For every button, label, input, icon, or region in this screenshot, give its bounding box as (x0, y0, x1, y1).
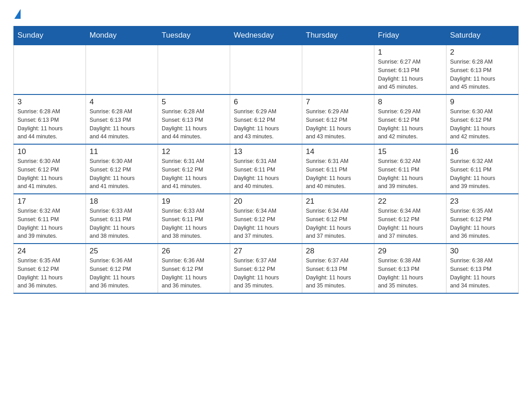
day-info: Sunrise: 6:37 AMSunset: 6:12 PMDaylight:… (234, 257, 298, 290)
day-info: Sunrise: 6:37 AMSunset: 6:13 PMDaylight:… (306, 257, 370, 290)
calendar-cell: 12Sunrise: 6:31 AMSunset: 6:12 PMDayligh… (158, 144, 230, 194)
calendar-cell: 25Sunrise: 6:36 AMSunset: 6:12 PMDayligh… (86, 244, 158, 293)
calendar-header-tuesday: Tuesday (158, 26, 230, 45)
calendar-header-sunday: Sunday (14, 26, 86, 45)
day-info: Sunrise: 6:31 AMSunset: 6:12 PMDaylight:… (162, 157, 226, 191)
calendar-cell: 7Sunrise: 6:29 AMSunset: 6:12 PMDaylight… (302, 94, 374, 144)
day-number: 19 (162, 197, 226, 206)
day-info: Sunrise: 6:29 AMSunset: 6:12 PMDaylight:… (378, 107, 442, 141)
day-number: 24 (17, 247, 82, 256)
day-info: Sunrise: 6:36 AMSunset: 6:12 PMDaylight:… (90, 257, 154, 290)
day-info: Sunrise: 6:31 AMSunset: 6:11 PMDaylight:… (234, 157, 298, 191)
day-number: 16 (450, 147, 515, 156)
day-number: 5 (162, 98, 226, 107)
day-info: Sunrise: 6:27 AMSunset: 6:13 PMDaylight:… (378, 58, 442, 91)
day-number: 14 (306, 147, 370, 156)
calendar-cell: 22Sunrise: 6:34 AMSunset: 6:12 PMDayligh… (374, 194, 446, 244)
calendar-cell: 17Sunrise: 6:32 AMSunset: 6:11 PMDayligh… (14, 194, 86, 244)
day-number: 25 (90, 247, 154, 256)
day-info: Sunrise: 6:34 AMSunset: 6:12 PMDaylight:… (378, 207, 442, 240)
day-number: 26 (162, 247, 226, 256)
day-info: Sunrise: 6:35 AMSunset: 6:12 PMDaylight:… (450, 207, 515, 240)
day-number: 4 (90, 98, 154, 107)
calendar-week-row: 17Sunrise: 6:32 AMSunset: 6:11 PMDayligh… (14, 194, 519, 244)
day-info: Sunrise: 6:34 AMSunset: 6:12 PMDaylight:… (234, 207, 298, 240)
calendar-week-row: 24Sunrise: 6:35 AMSunset: 6:12 PMDayligh… (14, 244, 519, 293)
calendar-cell: 11Sunrise: 6:30 AMSunset: 6:12 PMDayligh… (86, 144, 158, 194)
day-number: 17 (17, 197, 82, 206)
day-info: Sunrise: 6:38 AMSunset: 6:13 PMDaylight:… (450, 257, 515, 290)
day-info: Sunrise: 6:28 AMSunset: 6:13 PMDaylight:… (162, 107, 226, 141)
calendar-cell: 9Sunrise: 6:30 AMSunset: 6:12 PMDaylight… (446, 94, 519, 144)
day-number: 27 (234, 247, 298, 256)
calendar-cell: 23Sunrise: 6:35 AMSunset: 6:12 PMDayligh… (446, 194, 519, 244)
calendar-cell: 6Sunrise: 6:29 AMSunset: 6:12 PMDaylight… (230, 94, 302, 144)
day-number: 18 (90, 197, 154, 206)
day-number: 23 (450, 197, 515, 206)
calendar-cell: 2Sunrise: 6:28 AMSunset: 6:13 PMDaylight… (446, 45, 519, 94)
day-info: Sunrise: 6:30 AMSunset: 6:12 PMDaylight:… (17, 157, 82, 191)
day-number: 20 (234, 197, 298, 206)
calendar-cell (302, 45, 374, 94)
day-info: Sunrise: 6:32 AMSunset: 6:11 PMDaylight:… (17, 207, 82, 240)
day-info: Sunrise: 6:29 AMSunset: 6:12 PMDaylight:… (234, 107, 298, 141)
calendar-cell: 20Sunrise: 6:34 AMSunset: 6:12 PMDayligh… (230, 194, 302, 244)
calendar-cell: 16Sunrise: 6:32 AMSunset: 6:11 PMDayligh… (446, 144, 519, 194)
day-number: 6 (234, 98, 298, 107)
day-number: 29 (378, 247, 442, 256)
calendar-cell: 18Sunrise: 6:33 AMSunset: 6:11 PMDayligh… (86, 194, 158, 244)
calendar-cell: 5Sunrise: 6:28 AMSunset: 6:13 PMDaylight… (158, 94, 230, 144)
calendar-cell (86, 45, 158, 94)
day-number: 22 (378, 197, 442, 206)
calendar-cell: 15Sunrise: 6:32 AMSunset: 6:11 PMDayligh… (374, 144, 446, 194)
day-info: Sunrise: 6:35 AMSunset: 6:12 PMDaylight:… (17, 257, 82, 290)
calendar-cell: 4Sunrise: 6:28 AMSunset: 6:13 PMDaylight… (86, 94, 158, 144)
day-info: Sunrise: 6:30 AMSunset: 6:12 PMDaylight:… (450, 107, 515, 141)
day-info: Sunrise: 6:33 AMSunset: 6:11 PMDaylight:… (162, 207, 226, 240)
calendar-cell: 1Sunrise: 6:27 AMSunset: 6:13 PMDaylight… (374, 45, 446, 94)
day-number: 15 (378, 147, 442, 156)
day-info: Sunrise: 6:28 AMSunset: 6:13 PMDaylight:… (90, 107, 154, 141)
calendar-header-wednesday: Wednesday (230, 26, 302, 45)
calendar-header-monday: Monday (86, 26, 158, 45)
calendar-cell: 3Sunrise: 6:28 AMSunset: 6:13 PMDaylight… (14, 94, 86, 144)
calendar-week-row: 10Sunrise: 6:30 AMSunset: 6:12 PMDayligh… (14, 144, 519, 194)
day-number: 8 (378, 98, 442, 107)
calendar-week-row: 3Sunrise: 6:28 AMSunset: 6:13 PMDaylight… (14, 94, 519, 144)
day-info: Sunrise: 6:29 AMSunset: 6:12 PMDaylight:… (306, 107, 370, 141)
calendar-header-thursday: Thursday (302, 26, 374, 45)
day-number: 2 (450, 48, 515, 57)
calendar-cell: 30Sunrise: 6:38 AMSunset: 6:13 PMDayligh… (446, 244, 519, 293)
logo-triangle-icon (14, 9, 21, 19)
day-number: 7 (306, 98, 370, 107)
calendar-cell (230, 45, 302, 94)
calendar-cell: 24Sunrise: 6:35 AMSunset: 6:12 PMDayligh… (14, 244, 86, 293)
day-info: Sunrise: 6:32 AMSunset: 6:11 PMDaylight:… (450, 157, 515, 191)
day-number: 21 (306, 197, 370, 206)
day-number: 11 (90, 147, 154, 156)
day-number: 9 (450, 98, 515, 107)
day-number: 30 (450, 247, 515, 256)
calendar-cell (158, 45, 230, 94)
calendar-cell: 26Sunrise: 6:36 AMSunset: 6:12 PMDayligh… (158, 244, 230, 293)
calendar-header-friday: Friday (374, 26, 446, 45)
day-number: 10 (17, 147, 82, 156)
calendar-cell (14, 45, 86, 94)
day-info: Sunrise: 6:34 AMSunset: 6:12 PMDaylight:… (306, 207, 370, 240)
calendar-week-row: 1Sunrise: 6:27 AMSunset: 6:13 PMDaylight… (14, 45, 519, 94)
calendar-cell: 14Sunrise: 6:31 AMSunset: 6:11 PMDayligh… (302, 144, 374, 194)
calendar-cell: 27Sunrise: 6:37 AMSunset: 6:12 PMDayligh… (230, 244, 302, 293)
calendar-cell: 13Sunrise: 6:31 AMSunset: 6:11 PMDayligh… (230, 144, 302, 194)
day-number: 28 (306, 247, 370, 256)
calendar-cell: 8Sunrise: 6:29 AMSunset: 6:12 PMDaylight… (374, 94, 446, 144)
calendar-table: SundayMondayTuesdayWednesdayThursdayFrid… (13, 26, 519, 294)
day-info: Sunrise: 6:32 AMSunset: 6:11 PMDaylight:… (378, 157, 442, 191)
day-info: Sunrise: 6:38 AMSunset: 6:13 PMDaylight:… (378, 257, 442, 290)
calendar-header-row: SundayMondayTuesdayWednesdayThursdayFrid… (14, 26, 519, 45)
day-info: Sunrise: 6:28 AMSunset: 6:13 PMDaylight:… (450, 58, 515, 91)
day-info: Sunrise: 6:30 AMSunset: 6:12 PMDaylight:… (90, 157, 154, 191)
day-info: Sunrise: 6:36 AMSunset: 6:12 PMDaylight:… (162, 257, 226, 290)
calendar-cell: 19Sunrise: 6:33 AMSunset: 6:11 PMDayligh… (158, 194, 230, 244)
day-info: Sunrise: 6:33 AMSunset: 6:11 PMDaylight:… (90, 207, 154, 240)
day-info: Sunrise: 6:28 AMSunset: 6:13 PMDaylight:… (17, 107, 82, 141)
